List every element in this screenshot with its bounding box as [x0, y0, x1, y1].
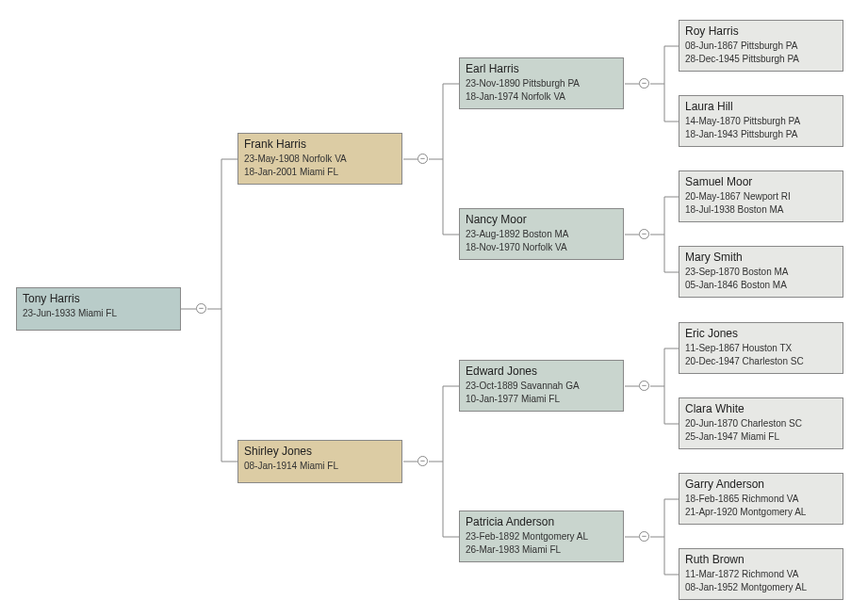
person-samuel-moor[interactable]: Samuel Moor 20-May-1867 Newport RI 18-Ju…	[679, 170, 843, 222]
collapse-root[interactable]	[196, 303, 206, 314]
person-shirley-jones[interactable]: Shirley Jones 08-Jan-1914 Miami FL	[237, 440, 402, 483]
person-tony-harris[interactable]: Tony Harris 23-Jun-1933 Miami FL	[16, 287, 181, 331]
person-death: 10-Jan-1977 Miami FL	[466, 393, 617, 406]
person-name: Laura Hill	[685, 100, 837, 113]
person-death: 18-Jan-1974 Norfolk VA	[466, 90, 617, 104]
person-death: 05-Jan-1846 Boston MA	[685, 279, 837, 292]
person-death: 28-Dec-1945 Pittsburgh PA	[685, 53, 837, 66]
person-name: Ruth Brown	[685, 553, 837, 566]
person-death: 18-Jul-1938 Boston MA	[685, 203, 837, 217]
person-edward-jones[interactable]: Edward Jones 23-Oct-1889 Savannah GA 10-…	[459, 360, 624, 412]
person-birth: 23-Nov-1890 Pittsburgh PA	[466, 77, 617, 90]
person-ruth-brown[interactable]: Ruth Brown 11-Mar-1872 Richmond VA 08-Ja…	[679, 548, 843, 600]
person-death: 18-Nov-1970 Norfolk VA	[466, 241, 617, 254]
person-name: Samuel Moor	[685, 175, 837, 188]
person-name: Shirley Jones	[244, 445, 396, 458]
person-name: Eric Jones	[685, 327, 837, 340]
person-frank-harris[interactable]: Frank Harris 23-May-1908 Norfolk VA 18-J…	[237, 133, 402, 185]
collapse-shirley[interactable]	[417, 456, 428, 466]
person-name: Earl Harris	[466, 62, 617, 75]
person-birth: 23-Jun-1933 Miami FL	[23, 307, 174, 320]
person-death: 08-Jan-1952 Montgomery AL	[685, 581, 837, 594]
person-death: 26-Mar-1983 Miami FL	[466, 543, 617, 557]
person-laura-hill[interactable]: Laura Hill 14-May-1870 Pittsburgh PA 18-…	[679, 95, 843, 147]
person-birth: 08-Jun-1867 Pittsburgh PA	[685, 40, 837, 53]
person-death: 25-Jan-1947 Miami FL	[685, 430, 837, 444]
person-birth: 18-Feb-1865 Richmond VA	[685, 493, 837, 506]
person-birth: 11-Mar-1872 Richmond VA	[685, 568, 837, 581]
person-roy-harris[interactable]: Roy Harris 08-Jun-1867 Pittsburgh PA 28-…	[679, 20, 843, 72]
person-name: Frank Harris	[244, 138, 396, 151]
person-birth: 11-Sep-1867 Houston TX	[685, 342, 837, 355]
person-name: Patricia Anderson	[466, 515, 617, 528]
collapse-edward[interactable]	[639, 381, 649, 391]
person-death: 18-Jan-1943 Pittsburgh PA	[685, 128, 837, 141]
person-birth: 23-May-1908 Norfolk VA	[244, 153, 396, 166]
person-death: 21-Apr-1920 Montgomery AL	[685, 506, 837, 519]
person-name: Tony Harris	[23, 292, 174, 305]
person-name: Edward Jones	[466, 365, 617, 378]
collapse-patricia[interactable]	[639, 531, 649, 542]
collapse-nancy[interactable]	[639, 229, 649, 239]
person-name: Clara White	[685, 402, 837, 415]
person-birth: 20-May-1867 Newport RI	[685, 190, 837, 203]
person-earl-harris[interactable]: Earl Harris 23-Nov-1890 Pittsburgh PA 18…	[459, 57, 624, 109]
person-birth: 23-Feb-1892 Montgomery AL	[466, 530, 617, 543]
person-death: 20-Dec-1947 Charleston SC	[685, 355, 837, 368]
person-birth: 14-May-1870 Pittsburgh PA	[685, 115, 837, 128]
person-name: Mary Smith	[685, 251, 837, 264]
person-name: Nancy Moor	[466, 213, 617, 226]
collapse-earl[interactable]	[639, 78, 649, 89]
person-birth: 08-Jan-1914 Miami FL	[244, 460, 396, 473]
person-garry-anderson[interactable]: Garry Anderson 18-Feb-1865 Richmond VA 2…	[679, 473, 843, 525]
person-birth: 23-Aug-1892 Boston MA	[466, 228, 617, 241]
person-name: Roy Harris	[685, 24, 837, 38]
person-patricia-anderson[interactable]: Patricia Anderson 23-Feb-1892 Montgomery…	[459, 511, 624, 562]
person-birth: 23-Sep-1870 Boston MA	[685, 266, 837, 279]
person-eric-jones[interactable]: Eric Jones 11-Sep-1867 Houston TX 20-Dec…	[679, 322, 843, 374]
person-birth: 23-Oct-1889 Savannah GA	[466, 380, 617, 393]
person-clara-white[interactable]: Clara White 20-Jun-1870 Charleston SC 25…	[679, 397, 843, 449]
person-name: Garry Anderson	[685, 478, 837, 491]
person-mary-smith[interactable]: Mary Smith 23-Sep-1870 Boston MA 05-Jan-…	[679, 246, 843, 298]
person-death: 18-Jan-2001 Miami FL	[244, 166, 396, 179]
person-nancy-moor[interactable]: Nancy Moor 23-Aug-1892 Boston MA 18-Nov-…	[459, 208, 624, 260]
collapse-frank[interactable]	[417, 154, 428, 164]
person-birth: 20-Jun-1870 Charleston SC	[685, 417, 837, 430]
